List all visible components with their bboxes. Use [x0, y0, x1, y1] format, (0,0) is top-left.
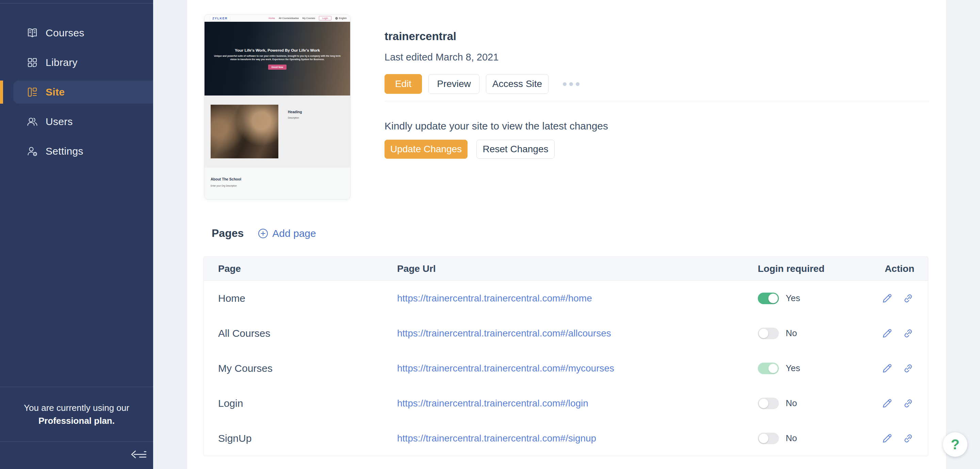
sidebar-divider [0, 3, 153, 3]
page-url-link[interactable]: https://trainercentral.trainercentral.co… [397, 363, 758, 374]
update-notice: Kindly update your site to view the late… [385, 120, 608, 132]
sidebar-item-settings[interactable]: Settings [13, 140, 153, 163]
site-admin-page: Courses Library Site Users [0, 0, 980, 469]
edit-page-icon[interactable] [881, 397, 893, 410]
sidebar-item-library[interactable]: Library [13, 51, 153, 74]
pages-header: Pages Add page [212, 227, 316, 239]
help-button[interactable]: ? [943, 432, 967, 457]
table-header-row: Page Page Url Login required Action [204, 257, 928, 281]
row-actions [867, 397, 914, 410]
plan-note-line1: You are currently using our [24, 401, 129, 414]
page-name: Home [218, 293, 397, 304]
thumb-about-description: Enter your Org Description [211, 185, 237, 187]
thumb-nav-home: Home [269, 17, 275, 19]
thumb-hero-subtitle: Unique and powerful suite of software to… [213, 54, 342, 61]
column-header-action: Action [867, 263, 914, 274]
pages-title: Pages [212, 227, 243, 239]
plan-note-line2: Professional plan. [38, 414, 115, 427]
copy-link-icon[interactable] [902, 397, 914, 410]
thumb-feature-photo [211, 105, 278, 158]
login-required-cell: No [758, 433, 867, 444]
update-changes-button[interactable]: Update Changes [385, 140, 468, 159]
edit-page-icon[interactable] [881, 362, 893, 374]
copy-link-icon[interactable] [902, 362, 914, 374]
page-url-link[interactable]: https://trainercentral.trainercentral.co… [397, 433, 758, 444]
plan-note: You are currently using our Professional… [0, 387, 153, 442]
sidebar-item-label: Courses [46, 27, 84, 39]
login-required-label: No [786, 328, 797, 339]
more-options-icon[interactable] [563, 82, 579, 86]
edit-button[interactable]: Edit [385, 74, 422, 94]
thumb-enroll-button: Enroll Now [268, 65, 286, 70]
thumb-about-section: About The School Enter your Org Descript… [205, 168, 350, 200]
sidebar-nav: Courses Library Site Users [0, 21, 153, 169]
thumb-nav-mycourses: My Courses [302, 17, 315, 19]
pages-table: Page Page Url Login required Action Home… [204, 257, 928, 456]
thumb-login-button: Login [319, 16, 331, 21]
login-required-toggle[interactable] [758, 433, 779, 444]
access-site-button[interactable]: Access Site [486, 74, 549, 94]
right-gutter [946, 0, 980, 469]
page-url-link[interactable]: https://trainercentral.trainercentral.co… [397, 398, 758, 409]
copy-link-icon[interactable] [902, 292, 914, 304]
thumb-language-label: English [339, 17, 347, 19]
page-name: All Courses [218, 328, 397, 339]
site-preview-thumbnail[interactable]: ZYLKER Home All Coursesdsadsa My Courses… [204, 14, 350, 200]
copy-link-icon[interactable] [902, 432, 914, 445]
edit-page-icon[interactable] [881, 292, 893, 304]
collapse-sidebar-icon [129, 446, 148, 463]
login-required-label: Yes [786, 363, 800, 374]
sidebar-item-users[interactable]: Users [13, 110, 153, 133]
toggle-knob [768, 364, 778, 373]
layout-icon [27, 86, 38, 98]
reset-changes-button[interactable]: Reset Changes [476, 140, 555, 159]
thumb-language: English [335, 17, 347, 20]
login-required-toggle[interactable] [758, 293, 779, 304]
table-row: Home https://trainercentral.trainercentr… [204, 281, 928, 316]
table-row: My Courses https://trainercentral.traine… [204, 351, 928, 386]
toggle-knob [759, 434, 768, 443]
page-url-link[interactable]: https://trainercentral.trainercentral.co… [397, 293, 758, 304]
collapse-sidebar-button[interactable] [129, 446, 148, 463]
thumb-nav-links: Home All Coursesdsadsa My Courses Login … [269, 16, 347, 21]
last-edited-label: Last edited March 8, 2021 [385, 52, 498, 63]
preview-button[interactable]: Preview [428, 74, 479, 94]
sidebar: Courses Library Site Users [0, 0, 153, 469]
toggle-knob [759, 399, 768, 408]
login-required-cell: Yes [758, 293, 867, 304]
login-required-toggle[interactable] [758, 398, 779, 409]
users-icon [27, 116, 38, 127]
thumb-hero-title: Your Life's Work, Powered By Our Life's … [205, 48, 350, 52]
login-required-label: No [786, 433, 797, 444]
login-required-cell: No [758, 398, 867, 409]
globe-icon [335, 17, 338, 20]
sidebar-item-site[interactable]: Site [13, 81, 153, 104]
row-actions [867, 432, 914, 445]
thumb-feature-description: Description [288, 117, 299, 119]
thumb-logo: ZYLKER [210, 16, 230, 21]
table-body: Home https://trainercentral.trainercentr… [204, 281, 928, 456]
page-name: My Courses [218, 363, 397, 374]
edit-page-icon[interactable] [881, 327, 893, 339]
column-header-url: Page Url [397, 263, 758, 274]
toggle-knob [759, 329, 768, 338]
table-row: SignUp https://trainercentral.trainercen… [204, 421, 928, 456]
plus-circle-icon [258, 228, 268, 239]
thumb-feature-heading: Heading [288, 110, 302, 114]
help-icon: ? [951, 436, 959, 453]
user-gear-icon [27, 146, 38, 157]
add-page-button[interactable]: Add page [258, 228, 316, 239]
login-required-toggle[interactable] [758, 363, 779, 374]
book-open-icon [27, 27, 38, 39]
sidebar-item-courses[interactable]: Courses [13, 21, 153, 44]
login-required-toggle[interactable] [758, 328, 779, 339]
table-row: All Courses https://trainercentral.train… [204, 316, 928, 351]
copy-link-icon[interactable] [902, 327, 914, 339]
login-required-label: Yes [786, 293, 800, 304]
site-actions: Edit Preview Access Site [385, 74, 579, 94]
thumb-navbar: ZYLKER Home All Coursesdsadsa My Courses… [205, 14, 350, 22]
edit-page-icon[interactable] [881, 432, 893, 445]
row-actions [867, 292, 914, 304]
site-name: trainercentral [385, 30, 456, 43]
page-url-link[interactable]: https://trainercentral.trainercentral.co… [397, 328, 758, 339]
